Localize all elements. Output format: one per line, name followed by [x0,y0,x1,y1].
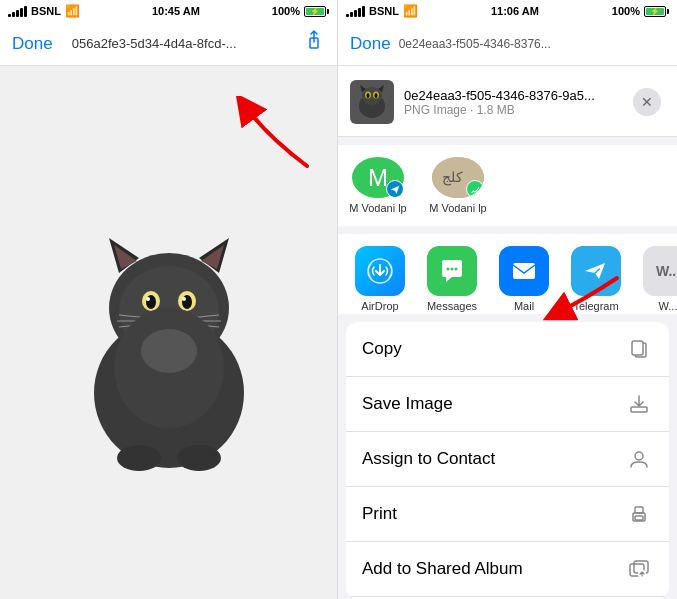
wifi-icon-right: 📶 [403,4,418,18]
action-list: Copy Save Image Assign t [346,322,669,599]
app-item-messages[interactable]: Messages [422,246,482,312]
right-status-left-group: BSNL 📶 [346,4,418,18]
shared-album-icon [625,555,653,583]
left-status-left: BSNL 📶 [8,4,80,18]
left-nav-bar: Done 056a2fe3-5d34-4d4a-8fcd-... [0,22,337,66]
rbar1 [346,14,349,17]
svg-point-13 [182,297,186,301]
time-right: 11:06 AM [491,5,539,17]
left-panel: BSNL 📶 10:45 AM 100% ⚡ Done 056a2fe3-5d3… [0,0,338,599]
battery-tip-left [327,9,329,14]
svg-text:كلج: كلج [442,170,463,186]
svg-point-34 [375,93,378,98]
right-panel: BSNL 📶 11:06 AM 100% ⚡ Done 0e24eaa3-f50… [338,0,677,599]
cat-image [59,193,279,473]
svg-point-21 [117,445,161,471]
share-header: Done 0e24eaa3-f505-4346-8376... [338,22,677,137]
action-save-image[interactable]: Save Image [346,377,669,432]
telegram-label: Telegram [573,300,618,312]
left-status-bar: BSNL 📶 10:45 AM 100% ⚡ [0,0,337,22]
svg-rect-45 [631,407,647,412]
red-arrow-left [227,96,317,180]
action-copy[interactable]: Copy [346,322,669,377]
app-item-mail[interactable]: Mail [494,246,554,312]
battery-body-left: ⚡ [304,6,326,17]
done-button-left[interactable]: Done [12,34,53,54]
share-close-button[interactable]: ✕ [633,88,661,116]
thumbnail-cat [352,82,392,122]
apps-row: AirDrop Messages [338,234,677,314]
battery-right: ⚡ [644,6,669,17]
airdrop-icon [355,246,405,296]
nav-title-right-partial: 0e24eaa3-f505-4346-8376... [399,37,551,51]
battery-tip-right [667,9,669,14]
messages-label: Messages [427,300,477,312]
app-item-telegram[interactable]: Telegram [566,246,626,312]
mail-label: Mail [514,300,534,312]
share-button-left[interactable] [303,30,325,57]
airdrop-label: AirDrop [361,300,398,312]
share-thumbnail [350,80,394,124]
app-item-airdrop[interactable]: AirDrop [350,246,410,312]
telegram-icon [571,246,621,296]
contact-item-telegram[interactable]: M M Vodani lp [338,157,418,214]
left-image-area [0,66,337,599]
more-label: W... [659,300,677,312]
bar2 [12,12,15,17]
app-item-more[interactable]: W... W... [638,246,677,312]
left-status-right-group: 100% ⚡ [272,5,329,17]
battery-bolt-left: ⚡ [310,7,320,16]
contact-label-telegram: M Vodani lp [349,202,406,214]
action-print[interactable]: Print [346,487,669,542]
save-image-icon [625,390,653,418]
left-nav-title: 056a2fe3-5d34-4d4a-8fcd-... [72,36,292,51]
battery-pct-right: 100% [612,5,640,17]
done-button-right-partial[interactable]: Done [350,34,391,54]
svg-rect-42 [513,263,535,279]
rbar3 [354,10,357,17]
rbar5 [362,6,365,17]
print-icon [625,500,653,528]
contact-avatar-m: M [352,157,404,198]
share-filetype: PNG Image · 1.8 MB [404,103,623,117]
svg-point-46 [635,452,643,460]
right-status-right: 100% ⚡ [612,5,669,17]
svg-point-24 [141,329,197,373]
shared-album-label: Add to Shared Album [362,559,625,579]
contact-avatar-img: كلج [432,157,484,198]
copy-icon [625,335,653,363]
copy-label: Copy [362,339,625,359]
battery-bolt-right: ⚡ [650,7,660,16]
svg-point-41 [455,268,458,271]
bar4 [20,8,23,17]
mail-icon [499,246,549,296]
svg-point-39 [447,268,450,271]
print-label: Print [362,504,625,524]
svg-rect-44 [632,341,643,355]
bar1 [8,14,11,17]
svg-point-33 [367,93,370,98]
assign-contact-label: Assign to Contact [362,449,625,469]
signal-bars-right [346,6,365,17]
battery-pct-left: 100% [272,5,300,17]
wifi-icon-left: 📶 [65,4,80,18]
telegram-badge [386,180,404,198]
bar5 [24,6,27,17]
action-assign-contact[interactable]: Assign to Contact [346,432,669,487]
svg-point-40 [451,268,454,271]
signal-bars-left [8,6,27,17]
rbar4 [358,8,361,17]
bar3 [16,10,19,17]
svg-rect-48 [635,507,643,513]
more-icon: W... [643,246,677,296]
contacts-row: M M Vodani lp كلج [338,145,677,226]
carrier-left: BSNL [31,5,61,17]
whatsapp-badge [466,180,484,198]
share-sheet: Done 0e24eaa3-f505-4346-8376... [338,22,677,599]
battery-left: ⚡ [304,6,329,17]
svg-point-22 [177,445,221,471]
time-left: 10:45 AM [152,5,200,17]
action-shared-album[interactable]: Add to Shared Album [346,542,669,597]
assign-contact-icon [625,445,653,473]
contact-item-whatsapp[interactable]: كلج M Vodani lp [418,157,498,214]
